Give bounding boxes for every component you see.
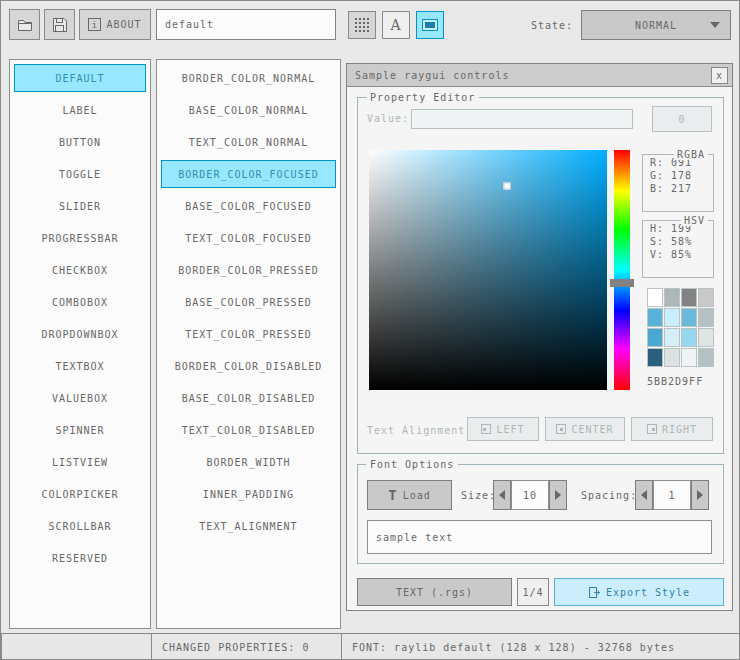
- controls-list-item-checkbox[interactable]: CHECKBOX: [14, 256, 146, 284]
- font-sample-textbox[interactable]: sample text: [367, 520, 712, 554]
- palette-swatch[interactable]: [664, 308, 680, 327]
- color-saturation-value-picker[interactable]: [369, 150, 607, 390]
- controls-list-item-toggle[interactable]: TOGGLE: [14, 160, 146, 188]
- chevron-left-icon: [641, 490, 647, 500]
- font-size-increase-button[interactable]: [549, 480, 567, 510]
- property-item-border-color-normal[interactable]: BORDER_COLOR_NORMAL: [161, 64, 336, 92]
- font-letter-icon: A: [390, 17, 401, 33]
- palette-swatch[interactable]: [664, 288, 680, 307]
- font-size-value-text: 10: [523, 490, 537, 501]
- font-spacing-increase-button[interactable]: [691, 480, 709, 510]
- export-icon: [588, 586, 601, 599]
- property-item-border-width[interactable]: BORDER_WIDTH: [161, 448, 336, 476]
- export-page-button[interactable]: 1/4: [517, 578, 549, 606]
- align-left-button[interactable]: LEFT: [467, 417, 539, 441]
- palette-swatch[interactable]: [681, 288, 697, 307]
- export-style-button[interactable]: Export Style: [554, 578, 724, 606]
- value-label: Value:: [367, 113, 409, 124]
- controls-list-item-scrollbar[interactable]: SCROLLBAR: [14, 512, 146, 540]
- sv-cursor[interactable]: [504, 183, 511, 190]
- align-right-button[interactable]: RIGHT: [631, 417, 713, 441]
- hex-color-value: 5BB2D9FF: [647, 376, 703, 387]
- font-load-label: Load: [403, 490, 431, 501]
- palette-swatch[interactable]: [681, 328, 697, 347]
- palette-swatch[interactable]: [647, 328, 663, 347]
- controls-list-item-combobox[interactable]: COMBOBOX: [14, 288, 146, 316]
- palette-swatch[interactable]: [647, 308, 663, 327]
- property-item-base-color-normal[interactable]: BASE_COLOR_NORMAL: [161, 96, 336, 124]
- controls-list-item-valuebox[interactable]: VALUEBOX: [14, 384, 146, 412]
- controls-list-item-reserved[interactable]: RESERVED: [14, 544, 146, 572]
- chevron-right-icon: [555, 490, 561, 500]
- property-item-text-color-normal[interactable]: TEXT_COLOR_NORMAL: [161, 128, 336, 156]
- font-sample-text: sample text: [376, 532, 453, 543]
- property-item-text-color-disabled[interactable]: TEXT_COLOR_DISABLED: [161, 416, 336, 444]
- font-spacing-label: Spacing:: [581, 490, 637, 501]
- window-titlebar[interactable]: Sample raygui controls x: [347, 64, 732, 87]
- load-style-button[interactable]: [9, 9, 40, 40]
- controls-list-item-textbox[interactable]: TEXTBOX: [14, 352, 146, 380]
- rgba-b-value: B: 217: [643, 181, 713, 194]
- property-item-text-alignment[interactable]: TEXT_ALIGNMENT: [161, 512, 336, 540]
- font-size-decrease-button[interactable]: [493, 480, 511, 510]
- export-format-label: TEXT (.rgs): [396, 587, 473, 598]
- property-item-base-color-disabled[interactable]: BASE_COLOR_DISABLED: [161, 384, 336, 412]
- font-load-button[interactable]: T Load: [367, 480, 452, 510]
- palette-swatch[interactable]: [698, 308, 714, 327]
- align-center-icon: [556, 424, 566, 434]
- export-format-button[interactable]: TEXT (.rgs): [357, 578, 512, 606]
- save-style-button[interactable]: [44, 9, 75, 40]
- export-page-label: 1/4: [522, 587, 543, 598]
- about-button[interactable]: i ABOUT: [79, 9, 151, 40]
- controls-list-item-default[interactable]: DEFAULT: [14, 64, 146, 92]
- property-item-base-color-pressed[interactable]: BASE_COLOR_PRESSED: [161, 288, 336, 316]
- align-center-button[interactable]: CENTER: [545, 417, 625, 441]
- controls-list-item-spinner[interactable]: SPINNER: [14, 416, 146, 444]
- style-editor-button[interactable]: [416, 11, 444, 39]
- value-button[interactable]: 0: [652, 106, 712, 132]
- property-item-base-color-focused[interactable]: BASE_COLOR_FOCUSED: [161, 192, 336, 220]
- close-button[interactable]: x: [711, 67, 728, 84]
- palette-swatch[interactable]: [698, 328, 714, 347]
- style-name-input[interactable]: [156, 9, 336, 40]
- palette-swatch[interactable]: [698, 288, 714, 307]
- state-dropdown[interactable]: NORMAL: [581, 10, 731, 40]
- property-item-text-color-pressed[interactable]: TEXT_COLOR_PRESSED: [161, 320, 336, 348]
- font-spacing-decrease-button[interactable]: [635, 480, 653, 510]
- state-dropdown-value: NORMAL: [635, 20, 677, 31]
- controls-list-item-listview[interactable]: LISTVIEW: [14, 448, 146, 476]
- property-item-border-color-focused[interactable]: BORDER_COLOR_FOCUSED: [161, 160, 336, 188]
- table-view-button[interactable]: [348, 11, 376, 39]
- palette-swatch[interactable]: [681, 308, 697, 327]
- palette-swatch[interactable]: [647, 348, 663, 367]
- hue-slider-handle[interactable]: [610, 279, 634, 287]
- font-size-label: Size:: [461, 490, 496, 501]
- property-item-border-color-disabled[interactable]: BORDER_COLOR_DISABLED: [161, 352, 336, 380]
- hue-slider[interactable]: [614, 150, 630, 390]
- property-item-text-color-focused[interactable]: TEXT_COLOR_FOCUSED: [161, 224, 336, 252]
- controls-list-item-button[interactable]: BUTTON: [14, 128, 146, 156]
- controls-list-item-progressbar[interactable]: PROGRESSBAR: [14, 224, 146, 252]
- font-editor-button[interactable]: A: [382, 11, 410, 39]
- controls-list-item-colorpicker[interactable]: COLORPICKER: [14, 480, 146, 508]
- property-item-border-color-pressed[interactable]: BORDER_COLOR_PRESSED: [161, 256, 336, 284]
- font-type-icon: T: [388, 487, 397, 503]
- style-color-palette: [647, 288, 714, 367]
- palette-swatch[interactable]: [664, 328, 680, 347]
- palette-swatch[interactable]: [698, 348, 714, 367]
- font-spacing-value[interactable]: 1: [653, 480, 691, 510]
- value-input[interactable]: [411, 109, 633, 129]
- property-item-inner-padding[interactable]: INNER_PADDING: [161, 480, 336, 508]
- rgba-group-title: RGBA: [674, 149, 708, 160]
- palette-swatch[interactable]: [664, 348, 680, 367]
- align-left-label: LEFT: [496, 424, 524, 435]
- controls-list-item-dropdownbox[interactable]: DROPDOWNBOX: [14, 320, 146, 348]
- align-right-label: RIGHT: [662, 424, 697, 435]
- palette-swatch[interactable]: [647, 288, 663, 307]
- hsv-group: HSV H: 199 S: 58% V: 85%: [642, 220, 714, 278]
- palette-swatch[interactable]: [681, 348, 697, 367]
- controls-list-item-label[interactable]: LABEL: [14, 96, 146, 124]
- controls-list-item-slider[interactable]: SLIDER: [14, 192, 146, 220]
- font-size-value[interactable]: 10: [511, 480, 549, 510]
- chevron-down-icon: [710, 22, 720, 28]
